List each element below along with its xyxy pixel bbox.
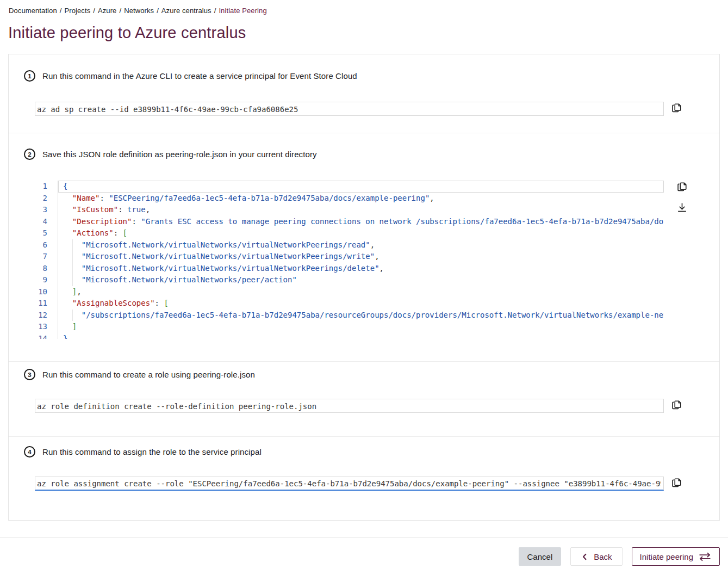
line-code: "Description": "Grants ESC access to man… bbox=[58, 216, 664, 228]
copy-icon bbox=[676, 181, 688, 195]
command-input-3[interactable] bbox=[35, 399, 664, 413]
breadcrumb-link[interactable]: Documentation bbox=[9, 7, 57, 15]
step-1-number-badge: 1 bbox=[24, 70, 35, 82]
line-number: 11 bbox=[35, 298, 58, 310]
editor-line: 2 "Name": "ESCPeering/fa7eed6a-1ec5-4efa… bbox=[35, 193, 664, 205]
editor-actions bbox=[669, 181, 689, 215]
step-1-header: 1 Run this command in the Azure CLI to c… bbox=[24, 70, 719, 82]
step-2-header: 2 Save this JSON role definition as peer… bbox=[24, 149, 719, 160]
footer-divider bbox=[0, 537, 728, 537]
line-code: "IsCustom": true, bbox=[58, 204, 664, 216]
breadcrumb-link[interactable]: Networks bbox=[124, 7, 154, 15]
line-number: 6 bbox=[35, 239, 58, 251]
page: Documentation/Projects/Azure/Networks/Az… bbox=[0, 0, 728, 575]
editor-line: 4 "Description": "Grants ESC access to m… bbox=[35, 216, 664, 228]
breadcrumb-link[interactable]: Projects bbox=[64, 7, 90, 15]
copy-button-2[interactable] bbox=[675, 181, 689, 195]
editor-line: 10 ], bbox=[35, 286, 664, 298]
line-code: "Microsoft.Network/virtualNetworks/peer/… bbox=[58, 274, 664, 286]
line-number: 9 bbox=[35, 274, 58, 286]
breadcrumb-separator: / bbox=[93, 7, 95, 15]
editor-line: 6 "Microsoft.Network/virtualNetworks/vir… bbox=[35, 239, 664, 251]
copy-icon bbox=[670, 102, 683, 116]
line-number: 5 bbox=[35, 227, 58, 239]
page-title: Initiate peering to Azure centralus bbox=[8, 23, 728, 42]
editor-line: 3 "IsCustom": true, bbox=[35, 204, 664, 216]
json-editor[interactable]: 1{2 "Name": "ESCPeering/fa7eed6a-1ec5-4e… bbox=[35, 181, 664, 339]
steps-card: 1 Run this command in the Azure CLI to c… bbox=[8, 54, 720, 521]
line-code: "AssignableScopes": [ bbox=[58, 298, 664, 310]
editor-line: 9 "Microsoft.Network/virtualNetworks/pee… bbox=[35, 274, 664, 286]
breadcrumb-link[interactable]: Azure bbox=[98, 7, 116, 15]
breadcrumb-separator: / bbox=[60, 7, 62, 15]
breadcrumb-separator: / bbox=[119, 7, 121, 15]
breadcrumb: Documentation/Projects/Azure/Networks/Az… bbox=[0, 0, 728, 15]
download-button[interactable] bbox=[675, 201, 689, 215]
step-4-header: 4 Run this command to assign the role to… bbox=[24, 446, 719, 457]
line-number: 2 bbox=[35, 193, 58, 205]
line-number: 1 bbox=[35, 181, 58, 193]
line-number: 12 bbox=[35, 310, 58, 321]
swap-arrows-icon bbox=[698, 552, 712, 562]
line-code: "Microsoft.Network/virtualNetworks/virtu… bbox=[58, 263, 664, 275]
line-number: 8 bbox=[35, 263, 58, 275]
editor-line: 7 "Microsoft.Network/virtualNetworks/vir… bbox=[35, 251, 664, 263]
line-code: } bbox=[58, 333, 664, 339]
step-1-command-row bbox=[35, 102, 719, 116]
editor-line: 5 "Actions": [ bbox=[35, 227, 664, 239]
copy-button-1[interactable] bbox=[669, 102, 683, 116]
initiate-peering-button[interactable]: Initiate peering bbox=[632, 547, 720, 566]
step-3-header: 3 Run this command to create a role usin… bbox=[24, 369, 719, 380]
line-number: 7 bbox=[35, 251, 58, 263]
breadcrumb-separator: / bbox=[157, 7, 159, 15]
step-4-number-badge: 4 bbox=[24, 446, 35, 457]
step-3-instruction: Run this command to create a role using … bbox=[42, 370, 255, 379]
step-4-command-row bbox=[35, 477, 719, 491]
cancel-button-label: Cancel bbox=[527, 552, 553, 561]
breadcrumb-link[interactable]: Azure centralus bbox=[161, 7, 211, 15]
step-section-4: 4 Run this command to assign the role to… bbox=[9, 436, 719, 521]
copy-icon bbox=[670, 477, 683, 491]
step-2-number-badge: 2 bbox=[24, 149, 35, 160]
step-3-command-row bbox=[35, 399, 719, 413]
editor-line: 1{ bbox=[35, 181, 664, 193]
footer-actions: Cancel Back Initiate peering bbox=[0, 547, 720, 566]
cancel-button[interactable]: Cancel bbox=[519, 547, 562, 566]
breadcrumb-current: Initiate Peering bbox=[219, 7, 266, 15]
line-number: 10 bbox=[35, 286, 58, 298]
copy-icon bbox=[670, 399, 683, 413]
step-section-3: 3 Run this command to create a role usin… bbox=[9, 361, 719, 436]
line-code: "/subscriptions/fa7eed6a-1ec5-4efa-b71a-… bbox=[58, 310, 664, 321]
download-icon bbox=[676, 201, 688, 215]
command-input-4[interactable] bbox=[35, 477, 664, 491]
copy-button-3[interactable] bbox=[669, 399, 683, 413]
initiate-peering-button-label: Initiate peering bbox=[640, 552, 693, 561]
editor-line: 8 "Microsoft.Network/virtualNetworks/vir… bbox=[35, 263, 664, 275]
step-section-2: 2 Save this JSON role definition as peer… bbox=[9, 133, 719, 361]
step-2-instruction: Save this JSON role definition as peerin… bbox=[42, 150, 317, 159]
line-code: "Microsoft.Network/virtualNetworks/virtu… bbox=[58, 239, 664, 251]
chevron-left-icon bbox=[581, 552, 589, 561]
json-editor-row: 1{2 "Name": "ESCPeering/fa7eed6a-1ec5-4e… bbox=[35, 181, 719, 339]
back-button[interactable]: Back bbox=[570, 547, 622, 566]
line-number: 3 bbox=[35, 204, 58, 216]
line-code: { bbox=[58, 181, 664, 193]
line-number: 13 bbox=[35, 321, 58, 333]
editor-line: 14} bbox=[35, 333, 664, 339]
line-number: 14 bbox=[35, 333, 58, 339]
line-code: "Name": "ESCPeering/fa7eed6a-1ec5-4efa-b… bbox=[58, 193, 664, 205]
editor-line: 13 ] bbox=[35, 321, 664, 333]
copy-button-4[interactable] bbox=[669, 477, 683, 491]
step-section-1: 1 Run this command in the Azure CLI to c… bbox=[9, 54, 719, 133]
back-button-label: Back bbox=[594, 552, 612, 561]
step-1-instruction: Run this command in the Azure CLI to cre… bbox=[42, 71, 357, 81]
line-code: ] bbox=[58, 321, 664, 333]
step-4-instruction: Run this command to assign the role to t… bbox=[42, 447, 262, 456]
step-3-number-badge: 3 bbox=[24, 369, 35, 380]
line-number: 4 bbox=[35, 216, 58, 228]
line-code: ], bbox=[58, 286, 664, 298]
command-input-1[interactable] bbox=[35, 102, 664, 116]
line-code: "Microsoft.Network/virtualNetworks/virtu… bbox=[58, 251, 664, 263]
line-code: "Actions": [ bbox=[58, 227, 664, 239]
editor-line: 12 "/subscriptions/fa7eed6a-1ec5-4efa-b7… bbox=[35, 310, 664, 321]
